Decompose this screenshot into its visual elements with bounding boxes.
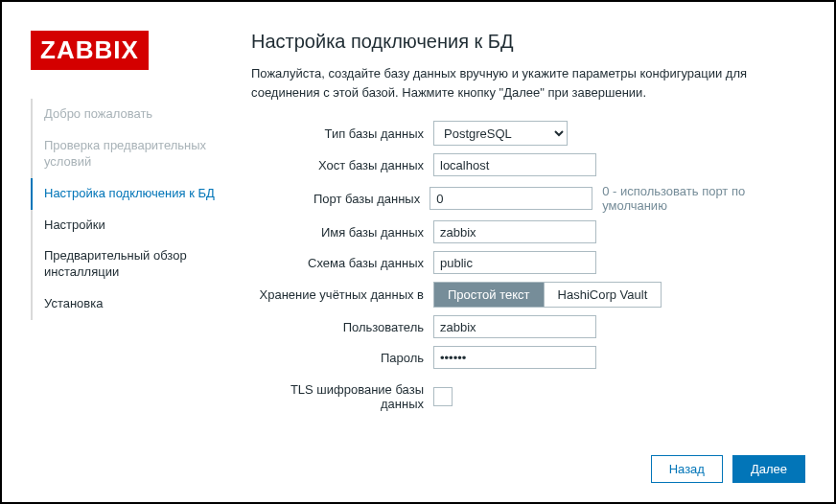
db-type-select[interactable]: PostgreSQL bbox=[433, 121, 568, 146]
nav-item-install[interactable]: Установка bbox=[31, 288, 232, 320]
nav-item-dbconn[interactable]: Настройка подключения к БД bbox=[31, 178, 232, 210]
back-button[interactable]: Назад bbox=[651, 455, 723, 483]
creds-store-segment: Простой текст HashiCorp Vault bbox=[433, 282, 662, 308]
db-form: Тип базы данных PostgreSQL Хост базы дан… bbox=[251, 121, 805, 411]
nav-list: Добро пожаловать Проверка предварительны… bbox=[31, 99, 232, 320]
password-input[interactable] bbox=[433, 346, 596, 369]
nav-item-welcome[interactable]: Добро пожаловать bbox=[31, 99, 232, 130]
next-button[interactable]: Далее bbox=[732, 455, 805, 483]
db-name-label: Имя базы данных bbox=[251, 225, 433, 240]
sidebar: ZABBIX Добро пожаловать Проверка предвар… bbox=[31, 31, 232, 483]
db-host-input[interactable] bbox=[433, 153, 596, 176]
creds-store-vault[interactable]: HashiCorp Vault bbox=[545, 283, 662, 307]
db-name-input[interactable] bbox=[433, 220, 596, 243]
creds-store-plaintext[interactable]: Простой текст bbox=[434, 283, 545, 307]
page-desc: Пожалуйста, создайте базу данных вручную… bbox=[251, 64, 805, 102]
tls-checkbox[interactable] bbox=[433, 387, 453, 406]
main-content: Настройка подключения к БД Пожалуйста, с… bbox=[232, 31, 805, 483]
db-type-label: Тип базы данных bbox=[251, 126, 433, 141]
nav-item-settings[interactable]: Настройки bbox=[31, 210, 232, 241]
nav-item-prereq[interactable]: Проверка предварительных условий bbox=[31, 130, 232, 178]
db-host-label: Хост базы данных bbox=[251, 158, 433, 172]
db-schema-input[interactable] bbox=[433, 251, 596, 274]
logo: ZABBIX bbox=[31, 31, 149, 70]
footer-buttons: Назад Далее bbox=[251, 436, 805, 483]
tls-label: TLS шифрование базы данных bbox=[251, 382, 433, 411]
db-port-hint: 0 - использовать порт по умолчанию bbox=[602, 184, 805, 213]
db-schema-label: Схема базы данных bbox=[251, 256, 433, 270]
page-title: Настройка подключения к БД bbox=[251, 31, 805, 53]
user-input[interactable] bbox=[433, 315, 596, 338]
db-port-input[interactable] bbox=[430, 187, 592, 210]
creds-store-label: Хранение учётных данных в bbox=[251, 287, 433, 302]
user-label: Пользователь bbox=[251, 320, 433, 334]
nav-item-preinstall[interactable]: Предварительный обзор инсталляции bbox=[31, 241, 232, 288]
db-port-label: Порт базы данных bbox=[251, 192, 430, 206]
password-label: Пароль bbox=[251, 351, 433, 365]
